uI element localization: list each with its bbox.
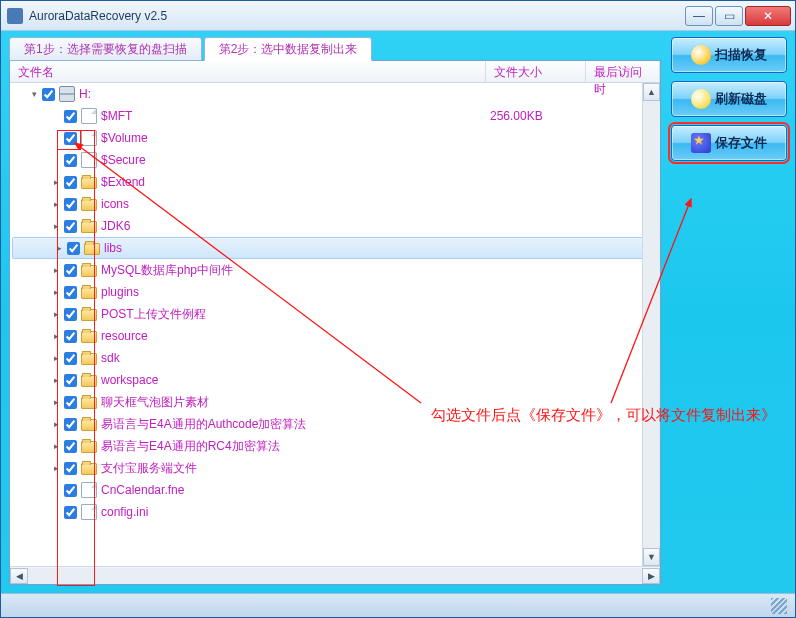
row-name: $Volume: [101, 131, 490, 145]
row-checkbox[interactable]: [64, 220, 77, 233]
table-row[interactable]: config.ini: [10, 501, 660, 523]
table-row[interactable]: ▸易语言与E4A通用的Authcode加密算法: [10, 413, 660, 435]
expander-icon[interactable]: ▸: [50, 419, 62, 429]
folder-icon: [81, 265, 97, 277]
folder-icon: [81, 199, 97, 211]
row-name: sdk: [101, 351, 490, 365]
row-name: libs: [104, 241, 487, 255]
scroll-right-icon[interactable]: ▶: [642, 568, 660, 584]
horizontal-scrollbar[interactable]: ◀ ▶: [10, 566, 660, 584]
row-checkbox[interactable]: [64, 198, 77, 211]
drive-icon: [59, 86, 75, 102]
row-name: $MFT: [101, 109, 490, 123]
expander-icon[interactable]: ▸: [50, 463, 62, 473]
row-checkbox[interactable]: [64, 286, 77, 299]
row-checkbox[interactable]: [64, 330, 77, 343]
table-row[interactable]: $MFT256.00KB: [10, 105, 660, 127]
folder-icon: [81, 397, 97, 409]
table-row[interactable]: ▸sdk: [10, 347, 660, 369]
scroll-track[interactable]: [28, 568, 642, 584]
table-row[interactable]: ▸resource: [10, 325, 660, 347]
folder-icon: [81, 463, 97, 475]
folder-icon: [81, 353, 97, 365]
col-date[interactable]: 最后访问时: [586, 61, 660, 82]
row-checkbox[interactable]: [64, 132, 77, 145]
tab-step2[interactable]: 第2步：选中数据复制出来: [204, 37, 373, 61]
table-row[interactable]: ▸MySQL数据库php中间件: [10, 259, 660, 281]
expander-icon[interactable]: ▸: [50, 287, 62, 297]
minimize-button[interactable]: —: [685, 6, 713, 26]
table-row[interactable]: $Volume: [10, 127, 660, 149]
row-checkbox[interactable]: [64, 374, 77, 387]
row-checkbox[interactable]: [64, 264, 77, 277]
table-row[interactable]: ▾H:: [10, 83, 660, 105]
folder-icon: [81, 309, 97, 321]
file-icon: [81, 108, 97, 124]
magnifier-icon: [691, 45, 711, 65]
tree-body[interactable]: ▾H:$MFT256.00KB$Volume$Secure▸$Extend▸ic…: [10, 83, 660, 566]
tab-step1[interactable]: 第1步：选择需要恢复的盘扫描: [9, 37, 202, 61]
table-row[interactable]: ▸$Extend: [10, 171, 660, 193]
row-checkbox[interactable]: [64, 352, 77, 365]
scroll-left-icon[interactable]: ◀: [10, 568, 28, 584]
save-file-button[interactable]: 保存文件: [671, 125, 787, 161]
row-checkbox[interactable]: [64, 462, 77, 475]
expander-icon[interactable]: ▸: [50, 199, 62, 209]
resize-grip-icon[interactable]: [771, 598, 787, 614]
table-row[interactable]: ▸libs: [12, 237, 658, 259]
expander-icon[interactable]: ▸: [50, 265, 62, 275]
expander-icon[interactable]: ▸: [50, 177, 62, 187]
table-row[interactable]: ▸支付宝服务端文件: [10, 457, 660, 479]
expander-icon[interactable]: ▸: [50, 397, 62, 407]
table-row[interactable]: ▸POST上传文件例程: [10, 303, 660, 325]
expander-icon[interactable]: ▸: [50, 309, 62, 319]
row-checkbox[interactable]: [42, 88, 55, 101]
row-checkbox[interactable]: [67, 242, 80, 255]
table-row[interactable]: ▸icons: [10, 193, 660, 215]
table-row[interactable]: ▸workspace: [10, 369, 660, 391]
row-name: 支付宝服务端文件: [101, 460, 490, 477]
table-row[interactable]: $Secure: [10, 149, 660, 171]
refresh-disk-button[interactable]: 刷新磁盘: [671, 81, 787, 117]
table-row[interactable]: ▸JDK6: [10, 215, 660, 237]
scroll-down-icon[interactable]: ▼: [643, 548, 660, 566]
expander-icon[interactable]: ▸: [50, 353, 62, 363]
expander-icon[interactable]: ▾: [28, 89, 40, 99]
row-name: workspace: [101, 373, 490, 387]
row-checkbox[interactable]: [64, 418, 77, 431]
folder-icon: [81, 441, 97, 453]
col-size[interactable]: 文件大小: [486, 61, 586, 82]
row-name: MySQL数据库php中间件: [101, 262, 490, 279]
scroll-track[interactable]: [643, 101, 660, 548]
scroll-up-icon[interactable]: ▲: [643, 83, 660, 101]
app-window: AuroraDataRecovery v2.5 — ▭ ✕ 第1步：选择需要恢复…: [0, 0, 796, 618]
row-name: icons: [101, 197, 490, 211]
row-checkbox[interactable]: [64, 308, 77, 321]
row-checkbox[interactable]: [64, 110, 77, 123]
expander-icon[interactable]: ▸: [50, 331, 62, 341]
maximize-button[interactable]: ▭: [715, 6, 743, 26]
tab-strip: 第1步：选择需要恢复的盘扫描 第2步：选中数据复制出来: [9, 37, 661, 61]
vertical-scrollbar[interactable]: ▲ ▼: [642, 83, 660, 566]
row-checkbox[interactable]: [64, 440, 77, 453]
table-row[interactable]: ▸易语言与E4A通用的RC4加密算法: [10, 435, 660, 457]
refresh-icon: [691, 89, 711, 109]
table-row[interactable]: ▸聊天框气泡图片素材: [10, 391, 660, 413]
expander-icon[interactable]: ▸: [53, 243, 65, 253]
row-checkbox[interactable]: [64, 506, 77, 519]
expander-icon[interactable]: ▸: [50, 441, 62, 451]
expander-icon[interactable]: ▸: [50, 375, 62, 385]
row-checkbox[interactable]: [64, 176, 77, 189]
expander-icon[interactable]: ▸: [50, 221, 62, 231]
button-label: 刷新磁盘: [715, 90, 767, 108]
row-checkbox[interactable]: [64, 484, 77, 497]
col-name[interactable]: 文件名: [10, 61, 486, 82]
row-checkbox[interactable]: [64, 396, 77, 409]
table-row[interactable]: CnCalendar.fne: [10, 479, 660, 501]
file-list-panel: 文件名 文件大小 最后访问时 ▾H:$MFT256.00KB$Volume$Se…: [9, 60, 661, 585]
scan-recover-button[interactable]: 扫描恢复: [671, 37, 787, 73]
table-row[interactable]: ▸plugins: [10, 281, 660, 303]
titlebar[interactable]: AuroraDataRecovery v2.5 — ▭ ✕: [1, 1, 795, 31]
row-checkbox[interactable]: [64, 154, 77, 167]
close-button[interactable]: ✕: [745, 6, 791, 26]
